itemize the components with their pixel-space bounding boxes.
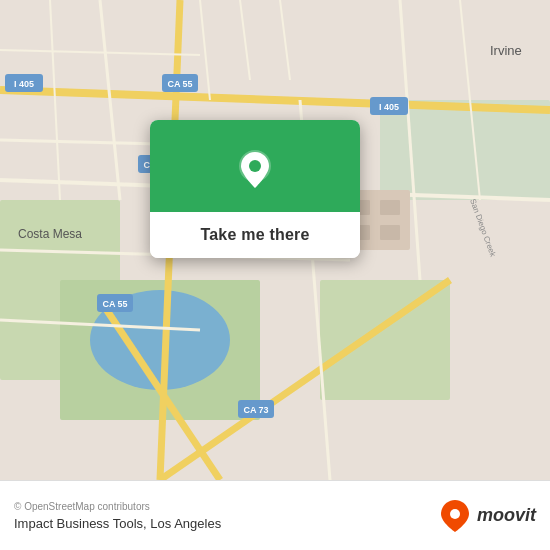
svg-text:Irvine: Irvine [490, 43, 522, 58]
svg-rect-4 [320, 280, 450, 400]
svg-rect-42 [380, 225, 400, 240]
map-container: I 405 CA 55 CA 55 CA 55 I 405 CA 73 Irvi… [0, 0, 550, 480]
svg-point-45 [450, 509, 460, 519]
location-name: Impact Business Tools, Los Angeles [14, 516, 221, 531]
svg-text:CA 55: CA 55 [102, 299, 127, 309]
moovit-icon [437, 498, 473, 534]
popup-card: Take me there [150, 120, 360, 258]
svg-text:Costa Mesa: Costa Mesa [18, 227, 82, 241]
take-me-there-button[interactable]: Take me there [150, 212, 360, 258]
copyright-text: © OpenStreetMap contributors [14, 501, 221, 512]
svg-text:CA 73: CA 73 [243, 405, 268, 415]
location-pin-icon [233, 148, 277, 192]
svg-text:I 405: I 405 [14, 79, 34, 89]
bottom-info: © OpenStreetMap contributors Impact Busi… [14, 501, 221, 531]
moovit-logo: moovit [437, 498, 536, 534]
popup-header [150, 120, 360, 212]
moovit-brand-text: moovit [477, 505, 536, 526]
svg-text:CA 55: CA 55 [167, 79, 192, 89]
svg-text:I 405: I 405 [379, 102, 399, 112]
bottom-bar: © OpenStreetMap contributors Impact Busi… [0, 480, 550, 550]
svg-rect-40 [380, 200, 400, 215]
svg-rect-5 [380, 100, 550, 200]
svg-point-44 [249, 160, 261, 172]
